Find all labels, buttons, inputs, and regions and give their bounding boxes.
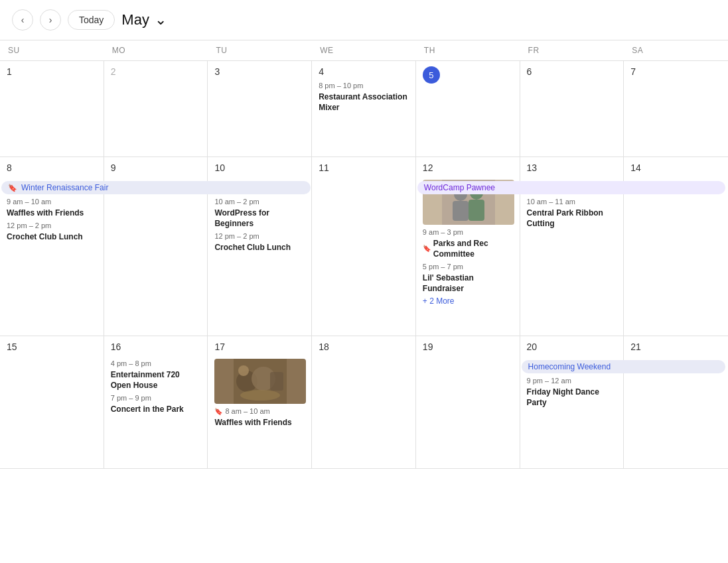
day-cell-19[interactable]: 19 — [416, 336, 520, 468]
today-button[interactable]: Today — [68, 10, 115, 30]
event-time: 10 am – 11 am — [527, 197, 619, 207]
day-cell-11[interactable]: 11 — [312, 157, 416, 336]
event-time: 9 am – 3 pm — [423, 227, 514, 237]
day-number: 13 — [527, 162, 538, 173]
event[interactable]: 12 pm – 2 pm Crochet Club Lunch — [7, 221, 98, 242]
event-title: Friday Night Dance Party — [527, 387, 619, 408]
day-number: 15 — [7, 342, 17, 352]
day-number: 11 — [319, 162, 329, 173]
day-number: 2 — [111, 66, 116, 77]
week-row: 🔖 Winter Renaissance Fair WordCamp Pawne… — [0, 157, 728, 336]
event[interactable]: 9 pm – 12 am Friday Night Dance Party — [527, 376, 619, 408]
next-button[interactable]: › — [40, 9, 61, 31]
event-label: Winter Renaissance Fair — [21, 183, 108, 192]
event[interactable]: 5 pm – 7 pm Lil' Sebastian Fundraiser — [423, 262, 514, 294]
week-row: 1 2 3 4 8 pm – 10 pm Restaurant Associat… — [0, 61, 728, 157]
calendar: SU MO TU WE TH FR SA 1 2 3 4 8 pm – 10 p… — [0, 40, 728, 469]
multi-day-event-homecoming[interactable]: Homecoming Weekend — [522, 360, 725, 373]
day-cell-20[interactable]: 20 9 pm – 12 am Friday Night Dance Party — [520, 336, 624, 468]
event[interactable]: 10 am – 2 pm WordPress for Beginners — [214, 197, 306, 229]
day-cell-18[interactable]: 18 — [312, 336, 416, 468]
day-cell-1[interactable]: 1 — [0, 61, 104, 156]
day-cell-15[interactable]: 15 — [0, 336, 104, 468]
event[interactable]: 10 am – 11 am Central Park Ribbon Cuttin… — [527, 197, 619, 229]
event-time: 🔖 8 am – 10 am — [214, 407, 306, 416]
flag-icon: 🔖 — [214, 407, 222, 416]
event-title: Entertainment 720 Open House — [111, 369, 202, 391]
day-number: 1 — [7, 66, 12, 77]
day-header-tu: TU — [208, 40, 312, 60]
multi-day-event-winter-fair[interactable]: 🔖 Winter Renaissance Fair — [1, 181, 311, 194]
event-time: 4 pm – 8 pm — [111, 359, 202, 369]
event-title: Waffles with Friends — [214, 417, 306, 428]
day-number-today: 5 — [423, 66, 440, 84]
event-time: 8 pm – 10 pm — [319, 81, 410, 91]
food-image-svg — [234, 359, 287, 404]
event-title: Lil' Sebastian Fundraiser — [423, 273, 514, 294]
day-headers: SU MO TU WE TH FR SA — [0, 40, 728, 61]
day-number: 12 — [423, 162, 433, 173]
svg-rect-2 — [453, 201, 469, 221]
day-number: 7 — [630, 66, 636, 77]
event-time: 12 pm – 2 pm — [214, 231, 306, 241]
svg-rect-8 — [270, 372, 283, 391]
event[interactable]: 8 pm – 10 pm Restaurant Association Mixe… — [319, 81, 410, 113]
day-number: 18 — [319, 342, 329, 352]
event[interactable]: 9 am – 3 pm 🔖 Parks and Rec Committee — [423, 227, 514, 259]
day-header-we: WE — [312, 40, 416, 60]
event-title: Waffles with Friends — [7, 208, 98, 218]
day-number: 3 — [214, 66, 220, 77]
event-time: 9 am – 10 am — [7, 197, 98, 207]
day-number: 8 — [7, 162, 12, 173]
svg-point-10 — [240, 390, 280, 401]
multi-day-event-wordcamp[interactable]: WordCamp Pawnee — [417, 181, 725, 194]
day-number: 17 — [214, 342, 225, 352]
day-number: 16 — [111, 342, 121, 352]
month-title[interactable]: May ⌄ — [121, 11, 167, 29]
day-cell-21[interactable]: 21 — [624, 336, 728, 468]
event-title: WordPress for Beginners — [214, 208, 306, 229]
event-image-food — [214, 359, 306, 404]
calendar-header: ‹ › Today May ⌄ — [0, 0, 728, 40]
event-time: 5 pm – 7 pm — [423, 262, 514, 272]
day-number: 9 — [111, 162, 116, 173]
calendar-weeks: 1 2 3 4 8 pm – 10 pm Restaurant Associat… — [0, 61, 728, 469]
chevron-down-icon: ⌄ — [155, 11, 167, 29]
event[interactable]: 4 pm – 8 pm Entertainment 720 Open House — [111, 359, 202, 391]
day-header-th: TH — [416, 40, 520, 60]
day-header-sa: SA — [624, 40, 728, 60]
day-cell-3[interactable]: 3 — [208, 61, 312, 156]
svg-point-9 — [238, 365, 249, 376]
day-cell-7[interactable]: 7 — [624, 61, 728, 156]
event[interactable]: 🔖 8 am – 10 am Waffles with Friends — [214, 407, 306, 428]
event-label: WordCamp Pawnee — [424, 183, 495, 192]
day-cell-2[interactable]: 2 — [104, 61, 208, 156]
day-cell-4[interactable]: 4 8 pm – 10 pm Restaurant Association Mi… — [312, 61, 416, 156]
event-time: 10 am – 2 pm — [214, 197, 306, 207]
day-cell-5[interactable]: 5 — [416, 61, 520, 156]
day-cell-6[interactable]: 6 — [520, 61, 624, 156]
event[interactable]: 12 pm – 2 pm Crochet Club Lunch — [214, 231, 306, 253]
event-title: Concert in the Park — [111, 404, 202, 414]
event-time: 9 pm – 12 am — [527, 376, 619, 386]
day-number: 4 — [319, 66, 324, 77]
prev-button[interactable]: ‹ — [12, 9, 33, 31]
flag-icon: 🔖 — [423, 244, 431, 253]
event[interactable]: 9 am – 10 am Waffles with Friends — [7, 197, 98, 218]
event[interactable]: 7 pm – 9 pm Concert in the Park — [111, 393, 202, 414]
more-events-link[interactable]: + 2 More — [423, 296, 514, 306]
event-time: 12 pm – 2 pm — [7, 221, 98, 231]
day-number: 19 — [423, 342, 433, 352]
bookmark-icon: 🔖 — [8, 184, 17, 192]
month-label: May — [121, 11, 149, 29]
event-title: Crochet Club Lunch — [7, 231, 98, 242]
day-number: 14 — [630, 162, 641, 173]
event-title: Crochet Club Lunch — [214, 242, 306, 253]
day-number: 20 — [527, 342, 538, 352]
svg-rect-4 — [469, 200, 484, 221]
day-number: 6 — [527, 66, 532, 77]
day-cell-17[interactable]: 17 🔖 8 am – 10 am — [208, 336, 312, 468]
day-header-mo: MO — [104, 40, 208, 60]
event-title: Restaurant Association Mixer — [319, 92, 410, 113]
day-cell-16[interactable]: 16 4 pm – 8 pm Entertainment 720 Open Ho… — [104, 336, 208, 468]
